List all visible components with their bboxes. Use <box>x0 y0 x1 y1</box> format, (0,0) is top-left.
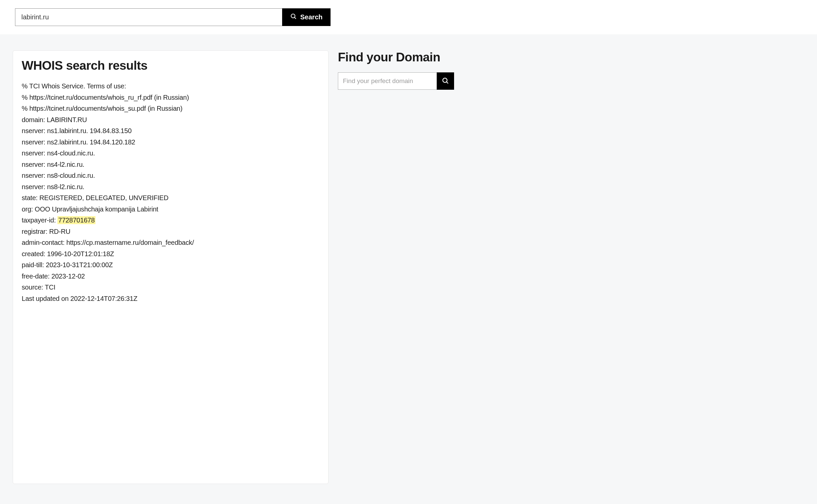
whois-output-continued: registrar: RD-RUadmin-contact: https://c… <box>22 227 320 303</box>
whois-line: free-date: 2023-12-02 <box>22 272 320 281</box>
whois-line-taxpayer: taxpayer-id: 7728701678 <box>22 215 320 225</box>
sidebar-title: Find your Domain <box>338 50 454 64</box>
taxpayer-prefix: taxpayer-id: <box>22 216 57 224</box>
top-search-bar: Search <box>0 0 817 34</box>
whois-line: nserver: ns8-cloud.nic.ru. <box>22 171 320 180</box>
whois-line: source: TCI <box>22 283 320 292</box>
whois-line: % https://tcinet.ru/documents/whois_ru_r… <box>22 93 320 102</box>
domain-search-input[interactable] <box>338 72 437 90</box>
whois-line: % TCI Whois Service. Terms of use: <box>22 81 320 91</box>
whois-line: nserver: ns2.labirint.ru. 194.84.120.182 <box>22 137 320 147</box>
domain-search-container <box>338 72 454 90</box>
search-container: Search <box>15 8 331 26</box>
search-button[interactable]: Search <box>282 8 331 26</box>
whois-line: org: OOO Upravljajushchaja kompanija Lab… <box>22 204 320 214</box>
search-icon <box>290 13 297 21</box>
svg-point-2 <box>443 78 447 82</box>
svg-line-1 <box>294 17 296 19</box>
svg-point-0 <box>291 14 295 18</box>
whois-search-input[interactable] <box>15 8 282 26</box>
whois-line: admin-contact: https://cp.mastername.ru/… <box>22 238 320 247</box>
svg-line-3 <box>446 82 448 83</box>
whois-line: state: REGISTERED, DELEGATED, UNVERIFIED <box>22 193 320 202</box>
domain-search-button[interactable] <box>437 72 454 90</box>
whois-results-card: WHOIS search results % TCI Whois Service… <box>13 50 329 484</box>
taxpayer-id-highlighted: 7728701678 <box>57 216 95 224</box>
search-icon <box>442 77 449 85</box>
whois-line: domain: LABIRINT.RU <box>22 115 320 124</box>
whois-line: registrar: RD-RU <box>22 227 320 236</box>
whois-line: paid-till: 2023-10-31T21:00:00Z <box>22 260 320 270</box>
whois-line: nserver: ns8-l2.nic.ru. <box>22 182 320 191</box>
whois-line: Last updated on 2022-12-14T07:26:31Z <box>22 294 320 303</box>
whois-line: created: 1996-10-20T12:01:18Z <box>22 249 320 259</box>
content-area: WHOIS search results % TCI Whois Service… <box>0 34 817 504</box>
search-button-label: Search <box>300 13 323 21</box>
whois-line: nserver: ns1.labirint.ru. 194.84.83.150 <box>22 126 320 135</box>
find-domain-sidebar: Find your Domain <box>338 50 454 484</box>
whois-line: nserver: ns4-l2.nic.ru. <box>22 160 320 169</box>
whois-output: % TCI Whois Service. Terms of use:% http… <box>22 81 320 214</box>
results-title: WHOIS search results <box>22 59 320 73</box>
whois-line: % https://tcinet.ru/documents/whois_su.p… <box>22 104 320 113</box>
whois-line: nserver: ns4-cloud.nic.ru. <box>22 148 320 158</box>
